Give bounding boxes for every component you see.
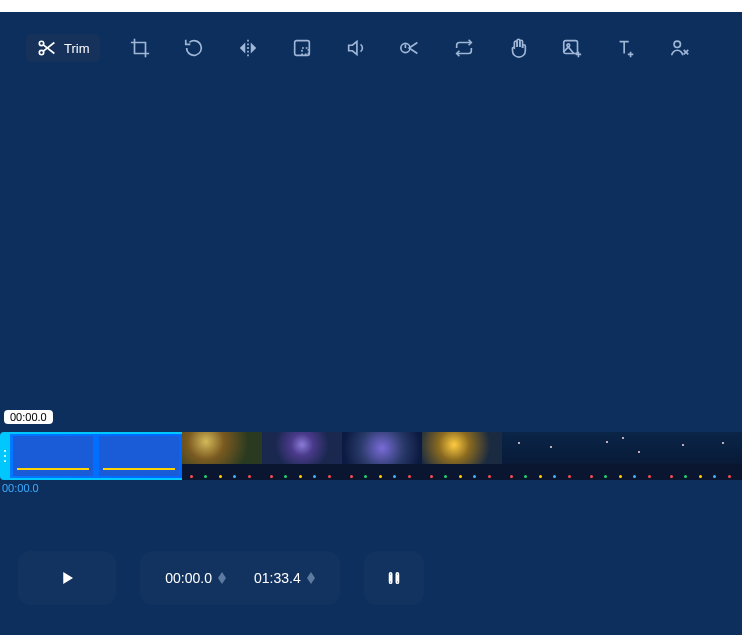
- selection-handles-icon: [385, 569, 403, 587]
- speed-tool[interactable]: [396, 34, 424, 62]
- svg-point-17: [397, 580, 398, 581]
- hand-icon: [507, 37, 529, 59]
- playhead-timestamp: 00:00.0: [4, 410, 53, 424]
- end-time-value: 01:33.4: [254, 570, 301, 586]
- filmstrip-frame: [582, 432, 662, 480]
- filmstrip-frame: [422, 432, 502, 480]
- chevron-down-icon: [218, 578, 226, 584]
- filmstrip[interactable]: [182, 432, 742, 480]
- scissors-icon: [36, 37, 58, 59]
- image-plus-icon: [561, 37, 583, 59]
- trim-tool-label: Trim: [64, 41, 90, 56]
- filmstrip-frame: [262, 432, 342, 480]
- svg-point-13: [390, 577, 391, 578]
- selected-segment[interactable]: [10, 432, 182, 480]
- filmstrip-frame: [662, 432, 742, 480]
- add-text-tool[interactable]: [612, 34, 640, 62]
- volume-tool[interactable]: [342, 34, 370, 62]
- start-time-field[interactable]: 00:00.0: [165, 570, 226, 586]
- video-preview-area: [0, 74, 742, 410]
- text-plus-icon: [615, 37, 637, 59]
- window-top-strip: [0, 0, 742, 12]
- filmstrip-frame: [502, 432, 582, 480]
- loop-tool[interactable]: [450, 34, 478, 62]
- play-button[interactable]: [18, 551, 116, 605]
- preview-mode-button[interactable]: [364, 551, 424, 605]
- loop-icon: [453, 37, 475, 59]
- svg-point-1: [39, 50, 43, 54]
- start-time-stepper[interactable]: [218, 572, 226, 584]
- end-time-field[interactable]: 01:33.4: [254, 570, 315, 586]
- svg-point-0: [39, 41, 43, 45]
- speed-icon: [399, 37, 421, 59]
- resize-tool[interactable]: [288, 34, 316, 62]
- crop-tool[interactable]: [126, 34, 154, 62]
- start-time-value: 00:00.0: [165, 570, 212, 586]
- svg-point-12: [390, 575, 391, 576]
- svg-rect-5: [302, 48, 308, 54]
- segment-thumb: [13, 436, 93, 476]
- svg-point-14: [390, 580, 391, 581]
- filmstrip-frame: [182, 432, 262, 480]
- segment-thumb: [99, 436, 179, 476]
- add-image-tool[interactable]: [558, 34, 586, 62]
- editor-toolbar: Trim: [0, 12, 742, 74]
- svg-point-15: [397, 575, 398, 576]
- svg-point-9: [674, 41, 680, 47]
- volume-icon: [345, 37, 367, 59]
- timeline-area: 00:00.0 00:00.0: [0, 410, 742, 500]
- flip-tool[interactable]: [234, 34, 262, 62]
- person-x-icon: [669, 37, 691, 59]
- playback-controls: 00:00.0 01:33.4: [18, 551, 424, 605]
- filmstrip-frame: [342, 432, 422, 480]
- trim-tool[interactable]: Trim: [26, 34, 100, 62]
- time-range-control: 00:00.0 01:33.4: [140, 551, 340, 605]
- flip-icon: [237, 37, 259, 59]
- end-time-stepper[interactable]: [307, 572, 315, 584]
- svg-rect-7: [563, 41, 577, 54]
- play-icon: [58, 569, 76, 587]
- crop-icon: [129, 37, 151, 59]
- rotate-tool[interactable]: [180, 34, 208, 62]
- svg-point-16: [397, 577, 398, 578]
- rotate-ccw-icon: [183, 37, 205, 59]
- remove-person-tool[interactable]: [666, 34, 694, 62]
- clap-tool[interactable]: [504, 34, 532, 62]
- timeline-track[interactable]: [0, 432, 742, 480]
- resize-icon: [291, 37, 313, 59]
- chevron-down-icon: [307, 578, 315, 584]
- trim-start-handle[interactable]: [0, 432, 10, 480]
- timeline-start-label: 00:00.0: [0, 482, 39, 494]
